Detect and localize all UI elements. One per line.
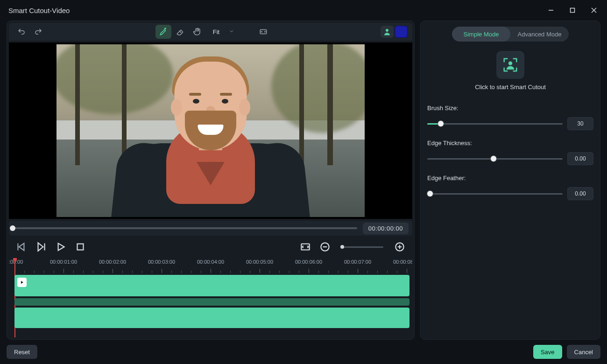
- svg-rect-11: [78, 244, 84, 250]
- start-caption: Click to start Smart Cutout: [427, 84, 593, 91]
- close-button[interactable]: [584, 3, 604, 18]
- ruler-label: 00:00:05:00: [246, 259, 273, 265]
- svg-point-5: [386, 29, 388, 32]
- brush-add-tool[interactable]: [155, 25, 171, 39]
- start-smart-cutout-button[interactable]: [496, 51, 524, 79]
- editor-pane: Fit: [7, 21, 415, 340]
- undo-button[interactable]: [14, 25, 29, 39]
- background-color-swatch[interactable]: [395, 26, 408, 38]
- edge-thickness-thumb[interactable]: [491, 156, 496, 161]
- ruler-label: 00:00:03:00: [148, 259, 175, 265]
- effect-track[interactable]: [14, 298, 409, 306]
- edge-feather-param: Edge Feather: 0.00: [427, 175, 593, 200]
- brush-size-value[interactable]: 30: [567, 117, 593, 130]
- ruler-label: 00:00:04:00: [197, 259, 224, 265]
- zoom-in-button[interactable]: [394, 241, 406, 253]
- edge-thickness-value[interactable]: 0.00: [567, 152, 593, 165]
- ruler-label: 00:00:07:00: [344, 259, 371, 265]
- edge-feather-label: Edge Feather:: [427, 175, 593, 182]
- edge-feather-thumb[interactable]: [427, 191, 433, 196]
- timeline-tracks: [14, 275, 409, 335]
- stop-button[interactable]: [74, 241, 86, 253]
- mode-switch: Simple Mode Advanced Mode: [452, 27, 569, 42]
- brush-size-param: Brush Size: 30: [427, 105, 593, 130]
- save-button[interactable]: Save: [533, 345, 562, 359]
- mode-advanced-tab[interactable]: Advanced Mode: [510, 27, 569, 42]
- edge-thickness-label: Edge Thickness:: [427, 140, 593, 147]
- pan-tool[interactable]: [189, 25, 205, 39]
- foreground-person-toggle[interactable]: [381, 26, 394, 38]
- svg-marker-6: [19, 243, 24, 250]
- video-clip[interactable]: [14, 275, 409, 296]
- ruler-label: 00:00:08:00: [393, 259, 412, 265]
- minimize-button[interactable]: [541, 3, 561, 18]
- window-controls: [541, 3, 604, 18]
- preview-viewport[interactable]: [9, 42, 412, 219]
- side-panel: Simple Mode Advanced Mode Click to start…: [420, 21, 600, 340]
- fit-screen-button[interactable]: [299, 241, 311, 253]
- svg-marker-18: [21, 281, 23, 284]
- reset-button[interactable]: Reset: [7, 345, 37, 359]
- svg-marker-10: [58, 243, 64, 250]
- zoom-slider[interactable]: [341, 246, 383, 248]
- svg-marker-8: [38, 243, 43, 251]
- timeline-ruler[interactable]: 0:00:0000:00:01:0000:00:02:0000:00:03:00…: [9, 258, 412, 273]
- audio-clip[interactable]: [14, 308, 409, 328]
- timecode-display: 00:00:00:00: [363, 223, 409, 234]
- seek-thumb[interactable]: [10, 225, 15, 231]
- ruler-label: 00:00:01:00: [50, 259, 77, 265]
- clip-play-icon: [17, 278, 27, 287]
- edge-feather-value[interactable]: 0.00: [567, 187, 593, 200]
- play-button[interactable]: [55, 241, 67, 253]
- edge-feather-slider[interactable]: [427, 193, 563, 195]
- mode-simple-tab[interactable]: Simple Mode: [452, 27, 510, 42]
- footer-bar: Reset Save Cancel: [0, 340, 607, 364]
- ruler-label: 00:00:06:00: [295, 259, 322, 265]
- svg-point-19: [508, 62, 512, 65]
- svg-rect-1: [571, 8, 575, 13]
- step-back-button[interactable]: [15, 241, 28, 253]
- brush-size-label: Brush Size:: [427, 105, 593, 112]
- eraser-tool[interactable]: [172, 25, 188, 39]
- redo-button[interactable]: [30, 25, 46, 39]
- brush-size-thumb[interactable]: [438, 121, 444, 126]
- brush-size-slider[interactable]: [427, 123, 563, 125]
- preview-image: [56, 44, 365, 217]
- zoom-mode-value: Fit: [213, 28, 219, 35]
- compare-toggle[interactable]: [255, 25, 271, 39]
- zoom-mode-select[interactable]: Fit: [206, 25, 240, 39]
- timeline[interactable]: 0:00:0000:00:01:0000:00:02:0000:00:03:00…: [9, 258, 412, 337]
- maximize-button[interactable]: [562, 3, 583, 18]
- window-title: Smart Cutout-Video: [8, 7, 70, 14]
- seek-track[interactable]: [13, 227, 357, 229]
- ruler-label: 00:00:02:00: [99, 259, 126, 265]
- transport-bar: [9, 238, 412, 256]
- zoom-slider-thumb[interactable]: [340, 245, 344, 249]
- cancel-button[interactable]: Cancel: [567, 345, 600, 359]
- chevron-down-icon: [229, 28, 234, 35]
- edge-thickness-slider[interactable]: [427, 158, 563, 160]
- play-next-button[interactable]: [35, 241, 47, 253]
- edge-thickness-param: Edge Thickness: 0.00: [427, 140, 593, 165]
- zoom-out-button[interactable]: [319, 241, 331, 253]
- editor-toolbar: Fit: [9, 23, 412, 41]
- seek-bar: 00:00:00:00: [9, 221, 412, 236]
- title-bar: Smart Cutout-Video: [0, 0, 607, 21]
